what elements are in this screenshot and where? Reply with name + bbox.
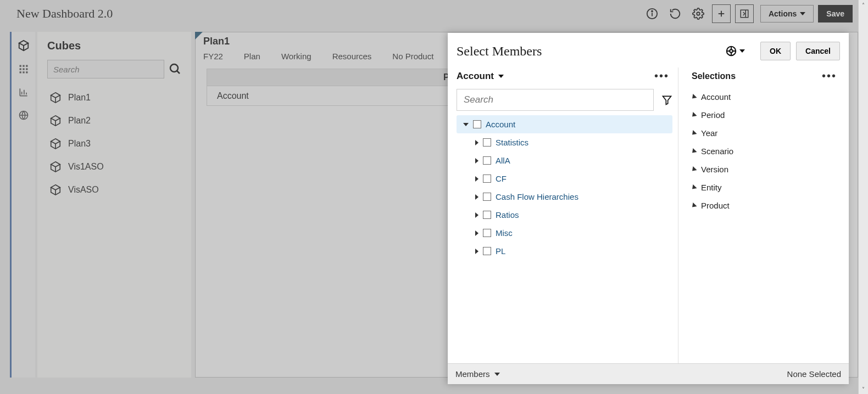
globe-icon[interactable] (18, 110, 29, 121)
members-tab[interactable]: Members (455, 369, 500, 379)
window-scrollbar[interactable]: ˄ ˅ (858, 0, 868, 394)
ok-button[interactable]: OK (760, 42, 791, 60)
actions-button[interactable]: Actions (760, 5, 814, 22)
svg-rect-12 (23, 68, 24, 70)
filter-icon[interactable] (661, 94, 672, 105)
sidebar-search-input[interactable] (47, 60, 164, 78)
actions-label: Actions (769, 9, 797, 18)
expand-icon[interactable] (475, 194, 478, 200)
checkbox[interactable] (473, 120, 481, 128)
help-icon[interactable] (725, 45, 745, 57)
tree-node-root[interactable]: Account (457, 115, 672, 133)
checkbox[interactable] (483, 229, 491, 237)
selections-more-icon[interactable]: ••• (822, 70, 840, 82)
cube-item[interactable]: Plan2 (47, 109, 181, 132)
pov-chip[interactable]: Resources (332, 52, 372, 61)
modal-footer: Members None Selected (448, 363, 849, 384)
svg-rect-11 (19, 68, 21, 70)
dimension-selector[interactable]: Account (457, 71, 494, 82)
collapse-icon (690, 111, 697, 118)
collapse-icon (690, 184, 697, 190)
more-options-icon[interactable]: ••• (654, 70, 672, 82)
svg-rect-15 (23, 71, 24, 73)
sidebar-title: Cubes (47, 40, 181, 52)
checkbox[interactable] (483, 175, 491, 183)
save-button[interactable]: Save (818, 5, 853, 22)
selected-count: None Selected (787, 369, 841, 379)
chevron-down-icon (800, 12, 805, 15)
cancel-button[interactable]: Cancel (796, 42, 840, 60)
scroll-down-icon[interactable]: ˅ (859, 384, 868, 394)
cube-outline-icon (49, 161, 62, 173)
svg-line-24 (177, 71, 180, 74)
select-members-dialog: Select Members OK Cancel Account ••• Acc… (448, 33, 849, 384)
expand-icon[interactable] (475, 212, 478, 218)
add-panel-icon[interactable] (712, 4, 731, 23)
tree-node[interactable]: PL (457, 242, 672, 260)
chart-icon[interactable] (18, 87, 29, 98)
svg-rect-13 (26, 68, 27, 70)
info-icon[interactable] (643, 4, 661, 23)
selection-item[interactable]: Year (692, 124, 840, 142)
member-tree: Account Statistics AllA CF Cash Flow Hie… (457, 115, 672, 260)
cube-outline-icon (49, 115, 62, 127)
svg-rect-8 (19, 65, 21, 67)
checkbox[interactable] (483, 193, 491, 201)
checkbox[interactable] (483, 156, 491, 165)
pov-chip[interactable]: Working (281, 52, 311, 61)
collapse-icon (690, 148, 697, 154)
cube-item[interactable]: Vis1ASO (47, 155, 181, 178)
search-icon[interactable] (169, 63, 182, 76)
selection-item[interactable]: Product (692, 196, 840, 215)
panel-toggle-icon[interactable] (735, 4, 754, 23)
checkbox[interactable] (483, 211, 491, 219)
selection-item[interactable]: Entity (692, 178, 840, 196)
pov-chip[interactable]: FY22 (203, 52, 223, 61)
cube-outline-icon (49, 138, 62, 150)
selection-item[interactable]: Scenario (692, 142, 840, 160)
tree-node[interactable]: CF (457, 170, 672, 188)
tree-node[interactable]: Cash Flow Hierarchies (457, 188, 672, 206)
checkbox[interactable] (483, 138, 491, 147)
svg-marker-31 (663, 96, 671, 104)
pov-chip[interactable]: Plan (244, 52, 260, 61)
refresh-icon[interactable] (666, 4, 685, 23)
cube-item[interactable]: VisASO (47, 178, 181, 201)
svg-rect-16 (26, 71, 27, 73)
member-search-input[interactable] (457, 89, 654, 111)
grid-icon[interactable] (18, 64, 29, 75)
cubes-sidebar: Cubes Plan1 Plan2 Plan3 Vis1ASO VisASO (37, 32, 191, 378)
svg-rect-10 (26, 65, 27, 67)
expand-icon[interactable] (475, 230, 478, 236)
save-label: Save (826, 9, 844, 18)
cube-item[interactable]: Plan3 (47, 132, 181, 155)
expand-icon[interactable] (475, 140, 478, 145)
expand-icon[interactable] (475, 158, 478, 164)
chevron-down-icon[interactable] (498, 75, 504, 78)
svg-point-3 (697, 12, 700, 15)
svg-rect-14 (19, 71, 21, 73)
svg-point-26 (730, 49, 733, 53)
cube-item[interactable]: Plan1 (47, 86, 181, 109)
selection-item[interactable]: Version (692, 160, 840, 178)
settings-gear-icon[interactable] (689, 4, 708, 23)
scroll-up-icon[interactable]: ˄ (859, 0, 868, 10)
selection-item[interactable]: Period (692, 106, 840, 124)
tree-node[interactable]: Statistics (457, 133, 672, 151)
tree-node[interactable]: AllA (457, 151, 672, 170)
cube-outline-icon (49, 184, 62, 196)
main-tab-plan1[interactable]: Plan1 (203, 36, 230, 47)
tree-node[interactable]: Misc (457, 224, 672, 242)
expand-icon[interactable] (475, 249, 478, 254)
pov-chip[interactable]: No Product (392, 52, 433, 61)
tree-node[interactable]: Ratios (457, 206, 672, 224)
selection-item[interactable]: Account (692, 88, 840, 106)
expand-icon[interactable] (475, 176, 478, 182)
cube-icon[interactable] (18, 40, 30, 52)
page-title: New Dashboard 2.0 (16, 7, 113, 21)
svg-point-2 (652, 11, 653, 12)
checkbox[interactable] (483, 247, 491, 255)
cube-outline-icon (49, 92, 62, 104)
collapse-icon[interactable] (463, 123, 469, 126)
collapse-icon (690, 202, 697, 209)
